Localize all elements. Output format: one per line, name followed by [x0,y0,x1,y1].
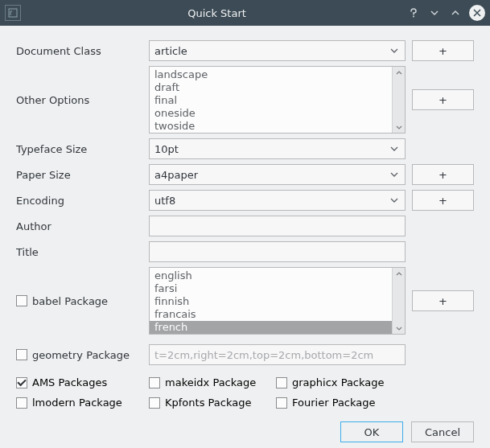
paper-size-label: Paper Size [16,169,149,181]
list-item[interactable]: english [150,269,405,282]
makeidx-label: makeidx Package [165,376,256,388]
lmodern-checkbox[interactable]: lmodern Package [16,397,149,409]
help-icon[interactable] [406,6,421,20]
document-class-label: Document Class [16,45,149,57]
kpfonts-label: Kpfonts Package [165,397,251,409]
babel-language-list[interactable]: englishfarsifinnishfrancaisfrench [149,267,406,335]
maximize-icon[interactable] [448,6,463,20]
list-item[interactable]: francais [150,308,405,321]
author-input[interactable] [149,216,406,236]
graphicx-checkbox[interactable]: graphicx Package [276,376,474,388]
fourier-label: Fourier Package [292,397,376,409]
geometry-label: geometry Package [32,349,130,361]
checkbox-box [16,377,27,388]
list-item[interactable]: farsi [150,282,405,295]
typeface-size-value: 10pt [154,143,179,155]
checkbox-box [16,295,27,306]
scrollbar[interactable] [392,67,405,133]
list-item[interactable]: french [150,321,405,334]
document-class-add-button[interactable]: + [412,40,474,61]
document-class-value: article [154,45,187,57]
paper-size-value: a4paper [154,169,198,181]
paper-size-combo[interactable]: a4paper [149,164,406,185]
document-class-combo[interactable]: article [149,40,406,61]
list-item[interactable]: twoside [150,120,405,133]
ams-label: AMS Packages [32,376,107,388]
checkbox-box [16,349,27,360]
other-options-label: Other Options [16,94,149,106]
typeface-size-label: Typeface Size [16,143,149,155]
scroll-down-icon[interactable] [393,121,405,133]
encoding-label: Encoding [16,195,149,207]
scroll-up-icon[interactable] [393,268,405,279]
author-label: Author [16,220,149,232]
close-icon[interactable] [469,5,485,21]
encoding-combo[interactable]: utf8 [149,190,406,211]
title-input[interactable] [149,241,406,262]
chevron-down-icon [390,48,398,53]
checkbox-box [149,377,160,388]
titlebar: Quick Start [0,0,490,26]
typeface-size-combo[interactable]: 10pt [149,138,406,159]
chevron-down-icon [390,172,398,177]
scroll-down-icon[interactable] [393,323,405,334]
babel-label: babel Package [32,295,108,307]
list-item[interactable]: oneside [150,107,405,120]
window-title: Quick Start [27,7,406,19]
title-label: Title [16,246,149,258]
chevron-down-icon [390,146,398,151]
encoding-add-button[interactable]: + [412,190,474,211]
lmodern-label: lmodern Package [32,397,122,409]
scrollbar[interactable] [392,268,405,334]
fourier-checkbox[interactable]: Fourier Package [276,397,474,409]
geometry-input[interactable] [149,344,406,365]
encoding-value: utf8 [154,195,175,207]
minimize-icon[interactable] [427,6,442,20]
ams-checkbox[interactable]: AMS Packages [16,376,149,388]
list-item[interactable]: draft [150,81,405,94]
dialog-content: Document Class article + Other Options l… [0,26,490,448]
cancel-button[interactable]: Cancel [411,421,474,442]
scroll-up-icon[interactable] [393,67,405,78]
list-item[interactable]: final [150,94,405,107]
kpfonts-checkbox[interactable]: Kpfonts Package [149,397,276,409]
checkbox-box [16,397,27,409]
list-item[interactable]: finnish [150,295,405,308]
other-options-add-button[interactable]: + [412,89,474,110]
checkbox-box [149,397,160,409]
babel-add-button[interactable]: + [412,290,474,311]
makeidx-checkbox[interactable]: makeidx Package [149,376,276,388]
graphicx-label: graphicx Package [292,376,385,388]
geometry-checkbox[interactable]: geometry Package [16,349,149,361]
chevron-down-icon [390,198,398,203]
app-icon [5,5,21,21]
other-options-list[interactable]: landscapedraftfinalonesidetwoside [149,66,406,134]
ok-button[interactable]: OK [340,421,403,442]
paper-size-add-button[interactable]: + [412,164,474,185]
babel-checkbox[interactable]: babel Package [16,295,149,307]
list-item[interactable]: landscape [150,68,405,81]
checkbox-box [276,397,287,409]
checkbox-box [276,377,287,388]
svg-point-1 [413,16,414,18]
